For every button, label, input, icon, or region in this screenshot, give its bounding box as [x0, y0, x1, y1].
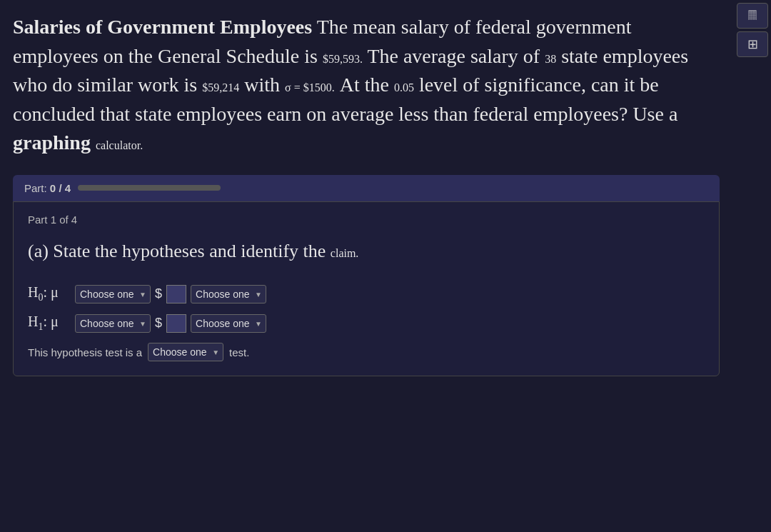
- h0-label: H0: μ: [28, 284, 71, 303]
- part-question: (a) State the hypotheses and identify th…: [28, 239, 705, 264]
- claim-text: claim.: [331, 247, 359, 259]
- calculator-text: calculator.: [96, 139, 143, 151]
- part-prefix: Part:: [24, 182, 47, 194]
- test-type-dropdown[interactable]: Choose one left-tailed right-tailed two-…: [148, 343, 223, 361]
- h0-value-dropdown[interactable]: Choose one 59593 59214 1500: [191, 285, 266, 303]
- parts-container: Part 1 of 4 (a) State the hypotheses and…: [13, 201, 720, 376]
- h0-operator-dropdown[interactable]: Choose one < > = ≤ ≥ ≠: [75, 285, 151, 303]
- question-letter: (a): [28, 241, 49, 261]
- progress-label: Part: 0 / 4: [24, 182, 71, 194]
- progress-current: 0 / 4: [50, 182, 71, 194]
- h0-mu: μ: [51, 284, 59, 300]
- test-type-wrapper: Choose one left-tailed right-tailed two-…: [148, 343, 223, 361]
- top-icons-container: 𝄜 ⊞: [734, 0, 771, 60]
- h0-operator-wrapper: Choose one < > = ≤ ≥ ≠: [75, 285, 151, 303]
- federal-salary: $59,593.: [323, 53, 363, 65]
- part-header: Part 1 of 4: [28, 214, 705, 226]
- test-type-prefix: This hypothesis test is a: [28, 346, 142, 358]
- table-icon-button[interactable]: ⊞: [737, 31, 768, 57]
- h1-label: H1: μ: [28, 313, 71, 333]
- h0-value-wrapper: Choose one 59593 59214 1500: [191, 285, 266, 303]
- h0-value-box: [166, 285, 186, 303]
- h1-value-dropdown[interactable]: Choose one 59593 59214 1500: [191, 314, 266, 333]
- progress-bar: [78, 185, 221, 191]
- at-the-text: At the: [340, 74, 389, 96]
- graphing-word: graphing: [13, 131, 91, 154]
- h1-value-wrapper: Choose one 59593 59214 1500: [191, 314, 266, 333]
- total-parts: 4: [65, 182, 71, 194]
- test-type-row: This hypothesis test is a Choose one lef…: [28, 343, 705, 361]
- progress-section: Part: 0 / 4: [13, 175, 720, 201]
- h0-subscript: 0: [38, 292, 43, 303]
- h1-row: H1: μ Choose one < > = ≤ ≥ ≠ $ Choose on…: [28, 313, 705, 333]
- separator: /: [59, 182, 61, 194]
- main-content: Salaries of Government Employees The mea…: [0, 0, 771, 389]
- question-text: State the hypotheses and identify the: [53, 241, 326, 261]
- n-value: 38: [545, 53, 556, 65]
- h0-row: H0: μ Choose one < > = ≤ ≥ ≠ $ Choose on…: [28, 284, 705, 303]
- h1-value-box: [166, 314, 186, 333]
- alpha-value: 0.05: [394, 81, 414, 94]
- current-part: 0: [50, 182, 56, 194]
- avg-text: The average salary of: [367, 45, 540, 67]
- test-type-suffix: test.: [229, 346, 249, 358]
- chart-icon-button[interactable]: 𝄜: [737, 3, 768, 29]
- bar-chart-icon: 𝄜: [748, 9, 757, 24]
- h1-subscript: 1: [38, 321, 43, 332]
- sigma-value: σ = $1500.: [285, 81, 335, 94]
- table-icon: ⊞: [747, 36, 758, 52]
- h0-dollar: $: [155, 286, 162, 301]
- problem-statement: Salaries of Government Employees The mea…: [13, 13, 721, 158]
- with-text: with: [244, 74, 280, 96]
- h1-mu: μ: [51, 313, 59, 329]
- state-salary: $59,214: [202, 81, 239, 94]
- h1-operator-dropdown[interactable]: Choose one < > = ≤ ≥ ≠: [75, 314, 151, 333]
- h1-dollar: $: [155, 316, 162, 331]
- h1-operator-wrapper: Choose one < > = ≤ ≥ ≠: [75, 314, 151, 333]
- problem-title: Salaries of Government Employees: [13, 16, 312, 38]
